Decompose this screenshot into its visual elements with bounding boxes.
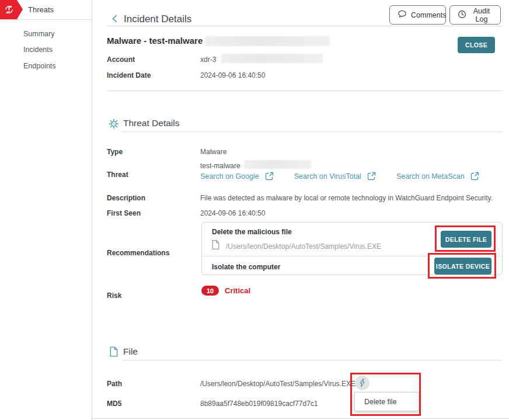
recommendations-label: Recommendations <box>107 249 169 257</box>
threat-value: test-malware <box>200 162 240 170</box>
redacted-blur <box>205 36 330 46</box>
virus-icon <box>108 118 120 132</box>
comments-button-label: Comments <box>411 11 446 19</box>
risk-level-text: Critical <box>225 286 250 295</box>
search-on-virustotal-link[interactable]: Search on VirusTotal <box>294 171 376 181</box>
recommendation-title: Delete the malicious file <box>212 228 292 236</box>
close-button[interactable]: CLOSE <box>458 37 495 53</box>
incident-date-value: 2024-09-06 16:40:50 <box>200 71 265 79</box>
type-value: Malware <box>200 148 226 156</box>
threat-search-links: Search on Google Search on VirusTotal Se… <box>200 171 480 181</box>
search-on-google-link[interactable]: Search on Google <box>200 171 274 181</box>
incident-details-screen: Threats Summary Incidents Endpoints Inci… <box>0 0 509 420</box>
threat-details-underline <box>122 131 502 132</box>
account-value: xdr-3 <box>200 55 216 64</box>
comments-button[interactable]: Comments <box>389 5 446 25</box>
back-button[interactable] <box>110 14 121 25</box>
lightning-icon <box>358 379 366 387</box>
file-actions-button[interactable] <box>355 376 369 390</box>
delete-file-button[interactable]: DELETE FILE <box>441 231 491 248</box>
comment-bubble-icon <box>398 9 407 20</box>
description-value: File was detected as malware by local or… <box>200 194 504 202</box>
description-label: Description <box>107 194 145 202</box>
external-link-icon <box>470 171 480 181</box>
recommendations-divider <box>202 256 502 256</box>
threat-details-section-title: Threat Details <box>123 118 179 129</box>
search-on-google-label: Search on Google <box>200 172 259 181</box>
section-divider <box>107 91 502 91</box>
header-divider <box>107 26 502 26</box>
file-section-underline <box>122 360 502 360</box>
md5-label: MD5 <box>107 400 121 408</box>
first-seen-label: First Seen <box>107 209 141 217</box>
audit-log-button-label: Audit Log <box>470 7 493 23</box>
sidebar-item-incidents[interactable]: Incidents <box>23 46 53 54</box>
external-link-icon <box>367 171 376 181</box>
risk-score-badge: 10 <box>201 286 219 296</box>
incident-date-label: Incident Date <box>107 71 151 79</box>
type-label: Type <box>107 148 123 156</box>
sidebar-title: Threats <box>28 5 54 14</box>
page-title: Incident Details <box>124 13 191 25</box>
sidebar-header: Threats <box>0 0 92 20</box>
account-label: Account <box>107 55 135 64</box>
file-section-title: File <box>123 346 138 357</box>
path-value: /Users/leon/Desktop/AutoTest/Samples/Vir… <box>200 380 355 388</box>
redacted-blur <box>221 54 323 63</box>
search-on-virustotal-label: Search on VirusTotal <box>294 172 361 181</box>
first-seen-value: 2024-09-06 16:40:50 <box>200 209 265 217</box>
search-on-metascan-link[interactable]: Search on MetaScan <box>396 171 480 181</box>
sidebar-item-summary[interactable]: Summary <box>23 30 54 38</box>
threats-banner <box>0 0 23 19</box>
redacted-blur <box>244 160 311 169</box>
file-section-icon <box>109 346 119 360</box>
file-actions-menu: Delete file <box>354 392 419 411</box>
content-bottom-border <box>92 418 509 419</box>
audit-log-button[interactable]: Audit Log <box>449 5 501 25</box>
recommendation-title: Isolate the computer <box>212 263 280 271</box>
external-link-icon <box>264 171 274 181</box>
recommendations-box: Delete the malicious file /Users/leon/De… <box>201 222 503 275</box>
risk-label: Risk <box>107 291 121 300</box>
sidebar: Threats Summary Incidents Endpoints <box>0 0 92 420</box>
isolate-device-button[interactable]: ISOLATE DEVICE <box>434 258 491 275</box>
menu-item-delete-file[interactable]: Delete file <box>355 393 419 411</box>
chevron-left-icon <box>110 14 120 23</box>
file-icon <box>211 239 221 252</box>
sidebar-item-endpoints[interactable]: Endpoints <box>23 62 56 70</box>
incident-title: Malware - test-malware <box>107 36 203 46</box>
clock-icon <box>458 10 466 20</box>
path-label: Path <box>107 380 122 388</box>
md5-value: 8b89aa5f748eb019f09819cacf77d7c1 <box>200 400 318 408</box>
threat-label: Threat <box>107 171 128 179</box>
recommendation-file-path: /Users/leon/Desktop/AutoTest/Samples/Vir… <box>226 242 381 251</box>
search-on-metascan-label: Search on MetaScan <box>396 172 465 181</box>
